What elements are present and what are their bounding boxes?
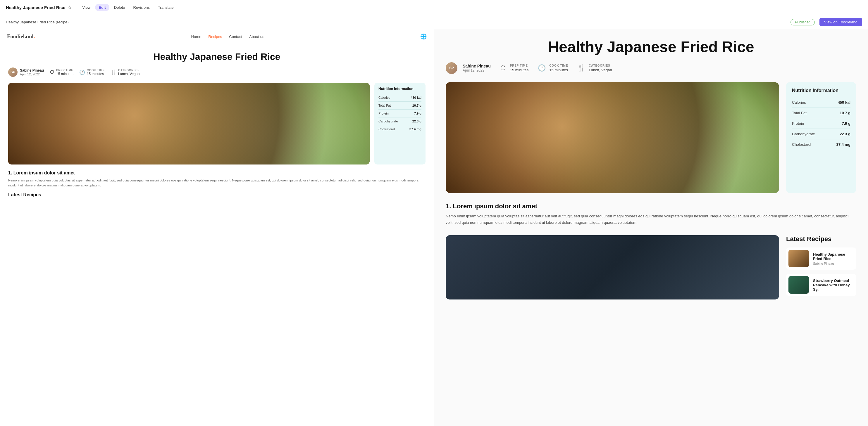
cook-time-value: 15 minutes xyxy=(87,72,105,76)
article-title-left: Healthy Japanese Fried Rice xyxy=(8,51,426,62)
categories-icon-right: 🍴 xyxy=(577,64,585,72)
prep-time-icon: ⏱ xyxy=(50,69,54,75)
author-avatar-right: SP xyxy=(446,62,457,74)
nav-buttons: View Edit Delete Revisions Translate xyxy=(79,4,177,11)
nutrition-fat: Total Fat 10.7 g xyxy=(378,102,422,109)
nutrition-carb: Carbohydrate 22.3 g xyxy=(378,118,422,125)
prep-label-right: PREP TIME xyxy=(510,64,529,67)
latest-title-left: Latest Recipes xyxy=(8,192,426,198)
right-preview-panel: Healthy Japanese Fried Rice SP Sabine Pi… xyxy=(434,29,868,426)
author-info-right: SP Sabine Pineau April 12, 2022 xyxy=(446,62,491,74)
latest-title-right: Latest Recipes xyxy=(786,235,856,243)
categories-meta: 🍴 CATEGORIES Lunch, Vegan xyxy=(111,69,140,76)
author-avatar: SP xyxy=(8,67,18,77)
page-title: Healthy Japanese Fried Rice ☆ xyxy=(6,5,72,10)
prep-time-icon-right: ⏱ xyxy=(500,64,506,72)
main-area: Foodieland. Home Recipes Contact About u… xyxy=(0,29,868,426)
author-name-right: Sabine Pineau xyxy=(463,64,491,68)
prep-time-label: PREP TIME xyxy=(56,69,73,72)
nutrition-box-right: Nutrition Information Calories 450 kal T… xyxy=(786,82,856,193)
edit-button[interactable]: Edit xyxy=(95,4,110,11)
left-preview-panel: Foodieland. Home Recipes Contact About u… xyxy=(0,29,434,426)
prep-value-right: 15 minutes xyxy=(510,68,529,72)
language-icon[interactable]: 🌐 xyxy=(420,33,427,40)
section1-heading-right: 1. Lorem ipsum dolor sit amet xyxy=(446,202,856,210)
author-info: SP Sabine Pineau April 12, 2022 xyxy=(8,67,44,77)
cook-time-label: COOK TIME xyxy=(87,69,105,72)
latest-section-left: Latest Recipes xyxy=(8,192,426,198)
cook-time-icon-right: 🕐 xyxy=(538,64,546,72)
meta-row-right: SP Sabine Pineau April 12, 2022 ⏱ PREP T… xyxy=(446,62,856,74)
translate-button[interactable]: Translate xyxy=(154,4,177,11)
nutrition-calories-right: Calories 450 kal xyxy=(792,97,850,108)
content-title: Healthy Japanese Fried Rice (recipe) xyxy=(6,20,786,24)
meta-row-left: SP Sabine Pineau April 12, 2022 ⏱ PREP T… xyxy=(8,67,426,77)
recipe-card-title-2: Strawberry Oatmeal Pancake with Honey Sy… xyxy=(813,278,854,292)
top-bar: Healthy Japanese Fried Rice ☆ View Edit … xyxy=(0,0,868,15)
site-nav: Foodieland. Home Recipes Contact About u… xyxy=(0,29,434,44)
food-image-right xyxy=(446,82,779,193)
article-content-left: Healthy Japanese Fried Rice SP Sabine Pi… xyxy=(0,44,434,207)
recipe-card-2: Strawberry Oatmeal Pancake with Honey Sy… xyxy=(786,274,856,296)
categories-right: 🍴 CATEGORIES Lunch, Vegan xyxy=(577,64,612,72)
status-badge: Published xyxy=(790,19,815,25)
view-button[interactable]: View xyxy=(79,4,94,11)
nutrition-cholesterol-right: Cholesterol 37.4 mg xyxy=(792,139,850,150)
content-bar: Healthy Japanese Fried Rice (recipe) Pub… xyxy=(0,15,868,29)
nutrition-cholesterol: Cholesterol 37.4 mg xyxy=(378,125,422,133)
page-title-text: Healthy Japanese Fried Rice xyxy=(6,5,65,10)
bottom-row-right: Latest Recipes Healthy Japanese Fried Ri… xyxy=(446,233,856,300)
author-name: Sabine Pineau xyxy=(20,68,44,72)
categories-label-right: CATEGORIES xyxy=(589,64,612,67)
article-title-right: Healthy Japanese Fried Rice xyxy=(446,39,856,55)
delete-button[interactable]: Delete xyxy=(111,4,129,11)
food-image-left xyxy=(8,83,370,164)
nav-contact[interactable]: Contact xyxy=(229,34,242,39)
categories-value: Lunch, Vegan xyxy=(118,72,140,76)
recipe-card-author-1: Sabine Pineau xyxy=(813,262,854,265)
favorite-icon[interactable]: ☆ xyxy=(67,5,72,10)
second-image-area xyxy=(446,233,779,300)
cook-value-right: 15 minutes xyxy=(549,68,568,72)
categories-value-right: Lunch, Vegan xyxy=(589,68,612,72)
nutrition-box-left: Nutrition Information Calories 450 kal T… xyxy=(374,83,426,164)
section1-text-right: Nemo enim ipsam voluptatem quia voluptas… xyxy=(446,213,856,226)
nutrition-protein-right: Protein 7.9 g xyxy=(792,118,850,129)
categories-label: CATEGORIES xyxy=(118,69,140,72)
cook-time-right: 🕐 COOK TIME 15 minutes xyxy=(538,64,568,72)
prep-time-value: 15 minutes xyxy=(56,72,73,76)
nutrition-carb-right: Carbohydrate 22.3 g xyxy=(792,129,850,139)
recipe-card-title-1: Healthy Japanese Fried Rice xyxy=(813,252,854,261)
site-logo: Foodieland. xyxy=(7,34,35,40)
latest-section-right: Latest Recipes Healthy Japanese Fried Ri… xyxy=(786,235,856,300)
nav-about[interactable]: About us xyxy=(249,34,264,39)
prep-time-meta: ⏱ PREP TIME 15 minutes xyxy=(50,69,73,76)
second-food-image xyxy=(446,235,779,299)
cook-time-icon: 🕐 xyxy=(79,69,85,75)
cook-label-right: COOK TIME xyxy=(549,64,568,67)
categories-icon: 🍴 xyxy=(111,69,116,75)
image-nutrition-row-right: Nutrition Information Calories 450 kal T… xyxy=(446,82,856,193)
nav-home[interactable]: Home xyxy=(191,34,202,39)
author-date-right: April 12, 2022 xyxy=(463,68,491,72)
revisions-button[interactable]: Revisions xyxy=(130,4,153,11)
nav-recipes[interactable]: Recipes xyxy=(208,34,222,39)
nutrition-protein: Protein 7.9 g xyxy=(378,109,422,118)
right-content: Healthy Japanese Fried Rice SP Sabine Pi… xyxy=(434,29,868,309)
recipe-card-1: Healthy Japanese Fried Rice Sabine Pinea… xyxy=(786,248,856,270)
nutrition-title-right: Nutrition Information xyxy=(792,88,850,93)
site-links: Home Recipes Contact About us xyxy=(191,34,265,39)
image-nutrition-row-left: Nutrition Information Calories 450 kal T… xyxy=(8,83,426,164)
nutrition-fat-right: Total Fat 10.7 g xyxy=(792,108,850,118)
view-on-foodieland-button[interactable]: View on Foodieland xyxy=(819,18,862,26)
nutrition-title-left: Nutrition Information xyxy=(378,87,422,91)
section1-text-left: Nemo enim ipsam voluptatem quia voluptas… xyxy=(8,178,426,188)
recipe-thumb-2 xyxy=(788,276,809,294)
prep-time-right: ⏱ PREP TIME 15 minutes xyxy=(500,64,529,72)
nutrition-calories: Calories 450 kal xyxy=(378,94,422,102)
cook-time-meta: 🕐 COOK TIME 15 minutes xyxy=(79,69,105,76)
section1-heading-left: 1. Lorem ipsum dolor sit amet xyxy=(8,170,426,175)
author-date: April 12, 2022 xyxy=(20,72,44,76)
recipe-thumb-1 xyxy=(788,250,809,267)
